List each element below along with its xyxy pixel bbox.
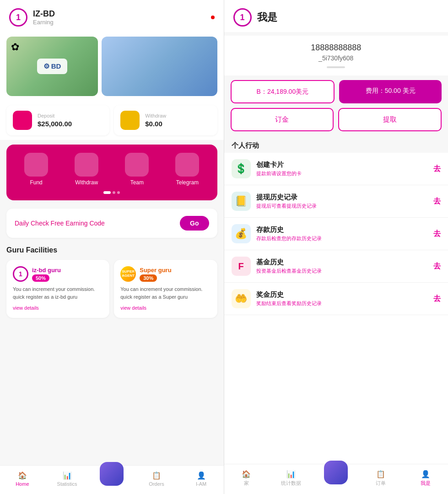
fund-history-arrow: 去 <box>433 262 441 271</box>
guru-super-name: Super guru <box>140 267 171 274</box>
action-withdraw[interactable]: Withdraw <box>75 153 98 186</box>
nav-orders[interactable]: 📋 Orders <box>134 471 179 487</box>
left-panel: 1 IZ-BD Earning ✿ ⚙ BD Deposit $25,000.0… <box>0 0 224 494</box>
guru-iz-desc: You can increment your commission. quick… <box>13 285 103 301</box>
bonus-history-text: 奖金历史 奖励结束后查看奖励历史记录 <box>256 290 434 307</box>
balance-b-text: B：24,189.00美元 <box>257 88 309 95</box>
menu-item-withdraw-history[interactable]: 📒 提现历史记录 提现后可查看提现历史记录 去 <box>224 185 448 218</box>
withdraw-history-icon-wrapper: 📒 <box>232 192 251 211</box>
left-bottom-nav: 🏠 Home 📊 Statistics 📋 Orders 👤 I-AM <box>0 465 224 494</box>
nav-statistics-label: Statistics <box>57 481 77 487</box>
bonus-history-icon-wrapper: 🤲 <box>232 289 251 308</box>
orders-icon: 📋 <box>152 471 161 480</box>
deposit-history-arrow: 去 <box>433 229 441 239</box>
center-action-button[interactable] <box>100 462 124 486</box>
guru-iz-header: 1 iz-bd guru 50% <box>13 266 103 282</box>
nav-iam[interactable]: 👤 I-AM <box>179 471 224 487</box>
fund-history-desc: 投资基金后检查基金历史记录 <box>256 268 434 274</box>
right-nav-statistics[interactable]: 📊 统计数据 <box>269 470 313 487</box>
user-info-section: 18888888888 _5i730fy608 <box>224 36 448 75</box>
fund-history-title: 基金历史 <box>256 258 434 267</box>
right-nav-orders-label: 订单 <box>376 480 386 487</box>
menu-item-fund-history[interactable]: F 基金历史 投资基金后检查基金历史记录 去 <box>224 250 448 283</box>
balance-row: B：24,189.00美元 费用：50.00 美元 <box>224 80 448 103</box>
notification-dot <box>211 16 215 19</box>
daily-check-text: Daily Check Free Earning Code <box>15 220 105 227</box>
deposit-history-icon-wrapper: 💰 <box>232 224 251 243</box>
user-phone: 18888888888 <box>233 43 439 53</box>
right-home-icon: 🏠 <box>242 470 251 478</box>
personal-section-header: 个人行动 <box>224 138 448 153</box>
withdraw-button[interactable]: 提取 <box>338 108 442 131</box>
go-button[interactable]: Go <box>180 216 209 231</box>
right-nav-home[interactable]: 🏠 家 <box>224 470 269 487</box>
fund-icon <box>24 153 48 177</box>
guru-iz-link[interactable]: view details <box>13 305 39 311</box>
dot-2 <box>117 191 120 194</box>
guru-iz-name: iz-bd guru <box>32 267 61 274</box>
guru-section-title: Guru Facilities <box>6 246 217 254</box>
guru-iz-info: iz-bd guru 50% <box>32 267 61 282</box>
right-header-title: 我是 <box>257 11 277 24</box>
deposit-history-title: 存款历史 <box>256 226 434 234</box>
fund-history-icon-wrapper: F <box>232 257 251 276</box>
banner-flower-icon: ✿ <box>11 41 19 53</box>
deposit-btn-text: 订金 <box>275 115 289 123</box>
deposit-button[interactable]: 订金 <box>231 108 334 131</box>
right-nav-center-placeholder <box>313 470 358 487</box>
banner-secondary-image <box>102 37 217 96</box>
guru-super-link[interactable]: view details <box>120 305 146 311</box>
bonus-history-icon: 🤲 <box>235 293 247 305</box>
fund-history-icon: F <box>238 261 243 272</box>
action-telegram[interactable]: Telegram <box>175 153 199 186</box>
dot-1 <box>113 191 115 194</box>
banner-main-image: ✿ ⚙ BD <box>6 37 98 96</box>
left-header-text: IZ-BD Earning <box>33 9 211 26</box>
right-nav-me[interactable]: 👤 我是 <box>403 470 448 487</box>
right-nav-orders[interactable]: 📋 订单 <box>358 470 403 487</box>
deposit-icon <box>13 111 32 130</box>
deposit-history-icon: 💰 <box>235 228 247 240</box>
balance-fee-card: 费用：50.00 美元 <box>339 80 442 103</box>
create-card-title: 创建卡片 <box>256 161 434 169</box>
action-team[interactable]: Team <box>125 153 149 186</box>
action-fund[interactable]: Fund <box>24 153 48 186</box>
right-statistics-icon: 📊 <box>286 470 296 478</box>
nav-statistics[interactable]: 📊 Statistics <box>45 471 90 487</box>
guru-card-super: SUPERAGENT Super guru 30% You can increm… <box>114 260 217 318</box>
guru-super-info: Super guru 30% <box>140 267 171 282</box>
user-bar-indicator <box>327 66 345 68</box>
telegram-label: Telegram <box>176 179 199 186</box>
withdraw-label: Withdraw <box>145 113 166 118</box>
menu-item-bonus-history[interactable]: 🤲 奖金历史 奖励结束后查看奖励历史记录 去 <box>224 283 448 315</box>
nav-home-label: Home <box>16 481 29 487</box>
action-bar: Fund Withdraw Team Telegram <box>6 145 217 200</box>
menu-item-create-card[interactable]: 💲 创建卡片 提款前请设置您的卡 去 <box>224 153 448 185</box>
iam-icon: 👤 <box>197 471 206 480</box>
banner-bd-sign: ⚙ BD <box>37 59 68 74</box>
right-header: 1 我是 <box>224 0 448 32</box>
guru-cards: 1 iz-bd guru 50% You can increment your … <box>6 260 217 318</box>
withdraw-value: $0.00 <box>145 120 166 128</box>
guru-super-badge: 30% <box>140 274 157 282</box>
bonus-history-arrow: 去 <box>433 294 441 304</box>
withdraw-btn-text: 提取 <box>383 115 397 123</box>
create-card-desc: 提款前请设置您的卡 <box>256 170 434 177</box>
right-bottom-nav: 🏠 家 📊 统计数据 📋 订单 👤 我是 <box>224 464 448 494</box>
left-app-subtitle: Earning <box>33 19 211 26</box>
withdraw-history-arrow: 去 <box>433 197 441 206</box>
home-icon: 🏠 <box>18 471 27 480</box>
nav-home[interactable]: 🏠 Home <box>0 471 45 487</box>
withdraw-history-icon: 📒 <box>235 195 247 207</box>
deposit-card: Deposit $25,000.00 <box>6 105 109 135</box>
guru-iz-circle: 1 <box>13 266 28 282</box>
withdraw-action-icon <box>75 153 98 177</box>
fund-label: Fund <box>30 179 42 186</box>
left-header: 1 IZ-BD Earning <box>0 0 224 32</box>
right-panel: 1 我是 18888888888 _5i730fy608 B：24,189.00… <box>224 0 448 494</box>
create-card-text: 创建卡片 提款前请设置您的卡 <box>256 161 434 177</box>
menu-item-deposit-history[interactable]: 💰 存款历史 存款后检查您的存款历史记录 去 <box>224 218 448 250</box>
create-card-icon: 💲 <box>235 163 247 175</box>
right-me-icon: 👤 <box>421 470 430 478</box>
right-center-action-button[interactable] <box>324 461 348 484</box>
